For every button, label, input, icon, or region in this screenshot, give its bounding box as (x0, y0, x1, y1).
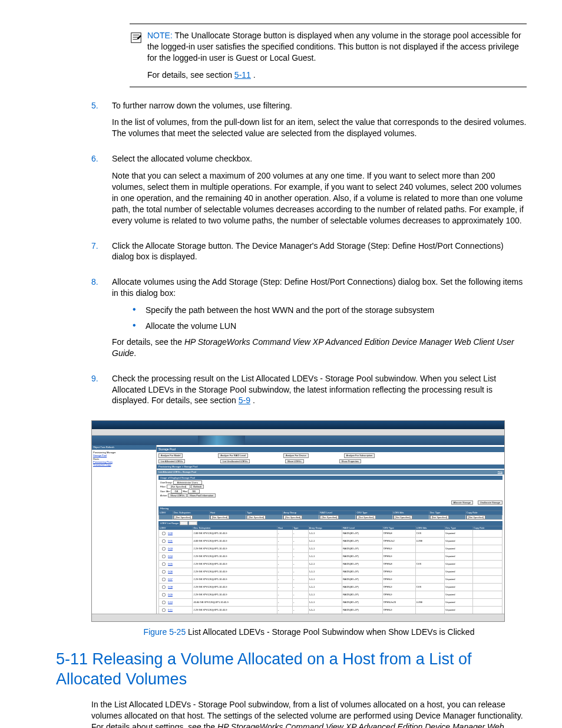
section-heading: 5-11 Releasing a Volume Allocated on a H… (56, 650, 527, 690)
fig-data-table: LDEVDev. SubsystemHostTypeArray GroupRAI… (158, 526, 503, 614)
fig-range-next: Next (189, 521, 197, 525)
fig-select: GB (188, 489, 200, 493)
step-7: 7. Click the Allocate Storage button. Th… (91, 241, 527, 269)
fig-btn: Move LDEVs (285, 459, 303, 463)
fig-main-title: Storage Pool (157, 447, 504, 452)
fig-btn: Show Properties (339, 459, 361, 463)
fig-label: Action: (160, 494, 167, 497)
step-tail-prefix: For details, see the (112, 337, 184, 347)
step-lead: Allocate volumes using the Add Storage (… (112, 276, 527, 299)
note-details-prefix: For details, see section (147, 70, 234, 80)
fig-select: [Not Specified] (167, 485, 190, 489)
bullet-text: Specify the path between the host WWN an… (146, 305, 434, 316)
note-details-link[interactable]: 5-11 (234, 70, 251, 80)
figure-caption-label: Figure 5-25 (144, 627, 186, 637)
bullet-item: •Specify the path between the host WWN a… (133, 305, 527, 316)
fig-label: Filter: (160, 485, 166, 488)
fig-label: UserGroup: (160, 481, 173, 484)
step-number: 5. (91, 100, 112, 146)
fig-btn: Allocate Storage (451, 500, 473, 505)
step-6: 6. Select the allocated volume checkbox.… (91, 153, 527, 232)
step-9: 9. Check the processing result on the Li… (91, 373, 527, 413)
step-lead-prefix: Check the processing result on the List … (112, 374, 496, 406)
bullet-icon: • (133, 321, 146, 332)
step-lead: Click the Allocate Storage button. The D… (112, 241, 527, 263)
fig-label: Size: (160, 490, 166, 493)
figure-caption-text: List Allocated LDEVs - Storage Pool Subw… (186, 627, 474, 637)
step-tail-suffix: . (134, 348, 136, 358)
fig-btn: Show LDEVs (168, 493, 187, 498)
fig-btn: Analyze For Model (158, 453, 183, 457)
figure-caption: Figure 5-25 List Allocated LDEVs - Stora… (91, 627, 527, 638)
step-lead: To further narrow down the volumes, use … (112, 100, 527, 111)
step-para: In the list of volumes, from the pull-do… (112, 117, 527, 139)
note-label: NOTE: (147, 31, 173, 40)
fig-btn: List Allocated LDEVs (158, 459, 185, 463)
fig-btn: Analyze For RAID Level (218, 453, 248, 457)
step-number: 7. (91, 241, 112, 269)
fig-tree-header: Object Tree Refresh (92, 445, 156, 449)
fig-usage-title: Usage of Displayed Storage Pool (158, 476, 503, 480)
step-number: 8. (91, 276, 112, 364)
step-lead: Select the allocated volume checkbox. (112, 153, 527, 164)
step-8: 8. Allocate volumes using the Add Storag… (91, 276, 527, 364)
fig-breadcrumb: Provisioning Manager > Storage Pool (157, 465, 504, 469)
fig-btn: Analyze For Subscription (344, 453, 375, 457)
fig-help: Help (498, 470, 503, 473)
fig-select: Administrator Users (173, 480, 202, 485)
fig-filter-table: LDEVDev. SubsystemHostTypeArray GroupRAI… (158, 510, 503, 520)
note-details-suffix: . (251, 70, 256, 80)
step-5: 5. To further narrow down the volumes, u… (91, 100, 527, 146)
note-box: NOTE: The Unallocate Storage button is d… (130, 24, 527, 87)
fig-range-label: LDEV List Range: (160, 522, 179, 525)
bullet-item: •Allocate the volume LUN (133, 321, 527, 332)
body-paragraphs: In the List Allocated LDEVs - Storage Po… (91, 699, 527, 728)
fig-btn: List Unallocated LDEVs (220, 459, 250, 463)
step-number: 9. (91, 373, 112, 413)
bullet-icon: • (133, 305, 146, 316)
fig-subband: List Allocated LDEVs - Storage Pool (158, 470, 196, 473)
step-number: 6. (91, 153, 112, 232)
fig-btn: Show Pool Information (187, 493, 216, 498)
bullet-text: Allocate the volume LUN (146, 321, 236, 332)
fig-btn: Unallocate Storage (478, 500, 503, 505)
fig-text: Max (183, 490, 188, 493)
step-lead-suffix: . (250, 396, 255, 405)
fig-filtering-title: Filtering (158, 506, 503, 510)
fig-select: GB (171, 489, 183, 493)
note-icon (130, 31, 144, 81)
fig-btn: Analyze For Device (283, 453, 309, 457)
figure-screenshot: Object Tree Refresh Provisioning Manager… (91, 420, 505, 622)
step-lead-link[interactable]: 5-9 (239, 396, 250, 405)
fig-text: Min (166, 490, 170, 493)
note-text: The Unallocate Storage button is display… (147, 31, 521, 62)
fig-range-prev: Prev (180, 521, 188, 525)
fig-tree-item: Transaction Logs (93, 463, 155, 466)
fig-btn: Refresh (191, 485, 204, 489)
step-para: Note that you can select a maximum of 20… (112, 170, 527, 226)
